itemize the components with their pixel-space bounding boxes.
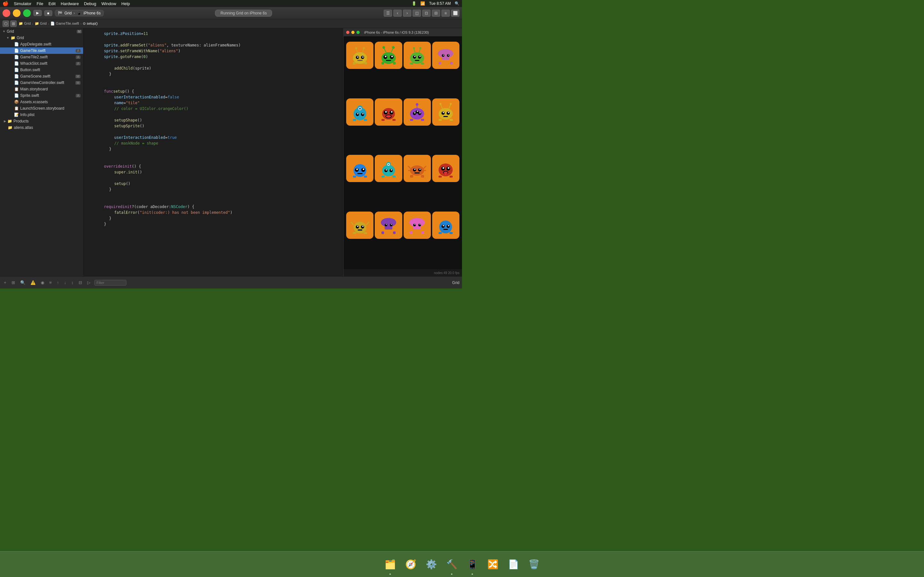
- root-group-grid[interactable]: ▼ Grid M: [0, 28, 83, 35]
- breadcrumb-sep-2: ›: [48, 22, 49, 26]
- toolbar-icon-3[interactable]: ⚠️: [29, 279, 37, 285]
- sidebar-item-gameviewcontroller[interactable]: 📄 GameViewController.swift M: [0, 79, 83, 86]
- menubar-file[interactable]: File: [37, 1, 43, 6]
- svg-point-84: [439, 103, 441, 105]
- toolbar-icon-5[interactable]: ≡: [48, 279, 53, 285]
- svg-point-96: [356, 168, 358, 170]
- grid-folder-icon: 📁: [11, 35, 15, 40]
- navigator-sidebar-icon[interactable]: ⬡: [3, 21, 9, 27]
- alien-cell-4: [432, 42, 459, 69]
- sidebar-group-products[interactable]: ▶ 📁 Products: [0, 118, 83, 124]
- toolbar-icon-10[interactable]: ▷: [86, 279, 92, 285]
- toolbar-icon-4[interactable]: ◉: [39, 279, 45, 285]
- main-layout: ▼ Grid M ▼ 📁 Grid 📄 AppDelegate.swift 📄 …: [0, 28, 462, 276]
- svg-point-162: [443, 225, 444, 226]
- svg-point-78: [417, 111, 418, 112]
- code-line: userInteractionEnabled = true: [83, 135, 343, 140]
- menubar-simulator[interactable]: Simulator: [14, 1, 31, 6]
- sidebar-item-infoplist[interactable]: 📝 Info.plist: [0, 111, 83, 118]
- code-content[interactable]: sprite.zPosition = 11 sprite.addFrameSet…: [83, 28, 343, 276]
- sidebar-item-mainstoryboard[interactable]: 📋 Main.storyboard: [0, 86, 83, 92]
- sidebar-group-grid[interactable]: ▼ 📁 Grid: [0, 35, 83, 41]
- menubar-window[interactable]: Window: [102, 1, 116, 6]
- filter-icon[interactable]: ⊞: [10, 21, 17, 27]
- inspector-toggle[interactable]: ≡: [441, 10, 450, 17]
- window-minimize-button[interactable]: [13, 9, 21, 17]
- menubar-help[interactable]: Help: [121, 1, 130, 6]
- svg-rect-150: [393, 231, 396, 234]
- breadcrumb-function[interactable]: ⊙ setup(): [83, 21, 97, 26]
- scheme-icon: 🏁: [58, 11, 63, 15]
- grid-triangle-icon: ▼: [6, 36, 9, 39]
- debug-area-toggle[interactable]: ⬜: [451, 10, 459, 17]
- code-line: userInteractionEnabled = false: [83, 94, 343, 100]
- navigator-toggle[interactable]: ☰: [384, 10, 392, 17]
- sidebar-item-launchscreen[interactable]: 📋 LaunchScreen.storyboard: [0, 105, 83, 111]
- sidebar-item-gametile[interactable]: 📄 GameTile.swift A: [0, 47, 83, 54]
- code-line: sprite.gotoFrame(0): [83, 54, 343, 60]
- toolbar-icon-7[interactable]: ↓: [63, 279, 68, 285]
- sidebar-item-gametile2[interactable]: 📄 GameTile2.swift A: [0, 54, 83, 60]
- window-maximize-button[interactable]: [23, 9, 31, 17]
- sidebar-item-assets[interactable]: 📦 Assets.xcassets: [0, 99, 83, 105]
- alien-cell-16: [432, 211, 459, 239]
- stop-button[interactable]: ■: [44, 10, 52, 16]
- svg-point-9: [363, 47, 365, 49]
- menubar-search[interactable]: 🔍: [455, 1, 459, 6]
- sidebar-item-appdelegate[interactable]: 📄 AppDelegate.swift: [0, 41, 83, 47]
- editor-assistant-button[interactable]: ⊡: [422, 10, 431, 17]
- nav-icons: ⬡ ⊞: [3, 21, 17, 27]
- products-label: Products: [13, 119, 29, 123]
- svg-rect-1: [353, 62, 355, 64]
- toolbar-icon-8[interactable]: ↕: [70, 279, 75, 285]
- code-line: addChild(sprite): [83, 65, 343, 71]
- sidebar-item-sprite[interactable]: 📄 Sprite.swift A: [0, 92, 83, 99]
- breadcrumb-sep-3: ›: [80, 22, 81, 26]
- apple-menu[interactable]: 🍎: [3, 1, 9, 6]
- simulator-title: iPhone 6s - iPhone 6s / iOS 9.3 (13E230): [364, 31, 429, 34]
- svg-point-159: [439, 221, 452, 234]
- svg-point-88: [443, 112, 444, 113]
- menubar-debug[interactable]: Debug: [84, 1, 96, 6]
- run-button[interactable]: ▶: [33, 10, 42, 16]
- svg-rect-158: [422, 231, 424, 234]
- sidebar-item-whackslot[interactable]: 📄 WhackSlot.swift A: [0, 60, 83, 67]
- sim-minimize-dot[interactable]: [351, 31, 355, 34]
- toolbar-icon-2[interactable]: 🔍: [19, 279, 27, 285]
- sidebar-item-button[interactable]: 📄 Button.swift: [0, 67, 83, 73]
- nav-back-button[interactable]: ‹: [393, 10, 402, 17]
- breadcrumb-file[interactable]: 📄 GameTile.swift: [50, 21, 79, 26]
- svg-rect-166: [449, 232, 453, 234]
- breadcrumb-grid-group[interactable]: 📁 Grid: [35, 21, 47, 26]
- sidebar-item-gamescene[interactable]: 📄 GameScene.swift M: [0, 73, 83, 79]
- filter-input[interactable]: [94, 280, 126, 285]
- code-line: [83, 129, 343, 135]
- window-close-button[interactable]: [3, 9, 10, 17]
- sidebar-item-aliens-atlas[interactable]: 📁 aliens.atlas: [0, 124, 83, 131]
- svg-line-33: [419, 48, 420, 53]
- scheme-selector[interactable]: 🏁 Grid › 📱 iPhone 6s: [55, 10, 103, 16]
- add-file-button[interactable]: +: [3, 279, 8, 285]
- svg-point-127: [448, 167, 449, 169]
- alien-cell-9: [346, 155, 373, 182]
- menubar-edit[interactable]: Edit: [48, 1, 55, 6]
- menubar-hardware[interactable]: Hardware: [61, 1, 79, 6]
- svg-point-97: [363, 168, 364, 170]
- code-line: [83, 83, 343, 89]
- editor-version-button[interactable]: ⊟: [432, 10, 440, 17]
- root-badge: M: [77, 30, 82, 33]
- toolbar-icon-1[interactable]: ⊞: [10, 279, 16, 285]
- breadcrumb-grid-folder[interactable]: 📁 Grid: [19, 21, 31, 26]
- svg-point-64: [385, 111, 387, 113]
- editor-standard-button[interactable]: ◫: [413, 10, 421, 17]
- toolbar-icon-9[interactable]: ⊟: [78, 279, 83, 285]
- nav-forward-button[interactable]: ›: [403, 10, 411, 17]
- svg-point-47: [443, 55, 444, 55]
- chevron-right-icon: ›: [73, 11, 75, 15]
- toolbar-icon-6[interactable]: ↑: [55, 279, 60, 285]
- svg-point-126: [443, 167, 444, 169]
- sim-maximize-dot[interactable]: [357, 31, 360, 34]
- alien-sprite-3: [407, 46, 427, 65]
- grid-group-label: Grid: [17, 35, 24, 40]
- sim-close-dot[interactable]: [346, 31, 349, 34]
